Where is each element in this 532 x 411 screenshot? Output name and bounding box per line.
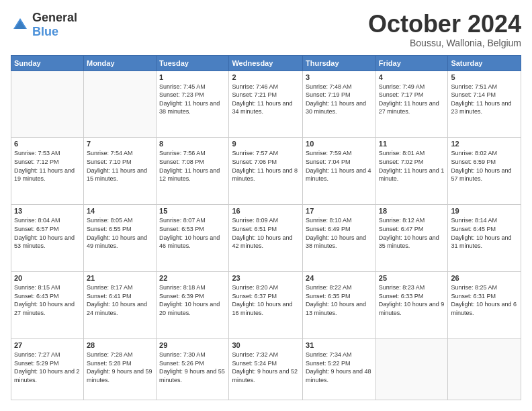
day-cell: 19Sunrise: 8:14 AMSunset: 6:45 PMDayligh… [448, 205, 521, 272]
day-info: Sunrise: 8:05 AMSunset: 6:55 PMDaylight:… [87, 216, 153, 250]
weekday-header: Friday [375, 55, 448, 71]
day-info: Sunrise: 8:09 AMSunset: 6:51 PMDaylight:… [232, 216, 300, 250]
day-cell: 22Sunrise: 8:18 AMSunset: 6:39 PMDayligh… [157, 272, 229, 339]
day-cell: 2Sunrise: 7:46 AMSunset: 7:21 PMDaylight… [229, 71, 303, 138]
day-number: 7 [87, 140, 153, 148]
day-cell: 10Sunrise: 7:59 AMSunset: 7:04 PMDayligh… [303, 138, 376, 205]
day-number: 13 [14, 207, 81, 215]
day-cell: 28Sunrise: 7:28 AMSunset: 5:28 PMDayligh… [83, 339, 156, 400]
day-info: Sunrise: 8:15 AMSunset: 6:43 PMDaylight:… [14, 283, 81, 317]
calendar-week-row: 27Sunrise: 7:27 AMSunset: 5:29 PMDayligh… [11, 339, 521, 400]
day-info: Sunrise: 8:23 AMSunset: 6:33 PMDaylight:… [379, 283, 445, 317]
weekday-header: Tuesday [157, 55, 229, 71]
day-cell: 3Sunrise: 7:48 AMSunset: 7:19 PMDaylight… [303, 71, 376, 138]
day-cell: 27Sunrise: 7:27 AMSunset: 5:29 PMDayligh… [11, 339, 84, 400]
day-cell: 20Sunrise: 8:15 AMSunset: 6:43 PMDayligh… [11, 272, 84, 339]
day-cell: 5Sunrise: 7:51 AMSunset: 7:14 PMDaylight… [448, 71, 521, 138]
logo-general-text: General [32, 11, 77, 24]
day-info: Sunrise: 7:48 AMSunset: 7:19 PMDaylight:… [306, 83, 373, 116]
calendar-week-row: 1Sunrise: 7:45 AMSunset: 7:23 PMDaylight… [11, 71, 521, 138]
day-info: Sunrise: 8:14 AMSunset: 6:45 PMDaylight:… [451, 216, 518, 250]
calendar-week-row: 6Sunrise: 7:53 AMSunset: 7:12 PMDaylight… [11, 138, 521, 205]
day-cell: 21Sunrise: 8:17 AMSunset: 6:41 PMDayligh… [83, 272, 156, 339]
day-info: Sunrise: 7:54 AMSunset: 7:10 PMDaylight:… [87, 149, 153, 183]
day-info: Sunrise: 8:18 AMSunset: 6:39 PMDaylight:… [159, 283, 226, 317]
day-info: Sunrise: 7:51 AMSunset: 7:14 PMDaylight:… [451, 83, 518, 116]
day-cell: 8Sunrise: 7:56 AMSunset: 7:08 PMDaylight… [157, 138, 229, 205]
weekday-header: Sunday [11, 55, 84, 71]
day-cell: 9Sunrise: 7:57 AMSunset: 7:06 PMDaylight… [229, 138, 303, 205]
day-info: Sunrise: 7:30 AMSunset: 5:26 PMDaylight:… [159, 351, 226, 384]
calendar-table: SundayMondayTuesdayWednesdayThursdayFrid… [11, 55, 521, 400]
calendar-week-row: 13Sunrise: 8:04 AMSunset: 6:57 PMDayligh… [11, 205, 521, 272]
day-cell: 11Sunrise: 8:01 AMSunset: 7:02 PMDayligh… [375, 138, 448, 205]
day-number: 20 [14, 274, 81, 282]
day-info: Sunrise: 8:22 AMSunset: 6:35 PMDaylight:… [306, 283, 373, 317]
day-cell: 24Sunrise: 8:22 AMSunset: 6:35 PMDayligh… [303, 272, 376, 339]
day-cell: 31Sunrise: 7:34 AMSunset: 5:22 PMDayligh… [303, 339, 376, 400]
day-number: 3 [306, 73, 373, 81]
day-info: Sunrise: 7:34 AMSunset: 5:22 PMDaylight:… [306, 351, 373, 384]
day-info: Sunrise: 7:27 AMSunset: 5:29 PMDaylight:… [14, 351, 81, 384]
day-cell: 16Sunrise: 8:09 AMSunset: 6:51 PMDayligh… [229, 205, 303, 272]
day-number: 18 [379, 207, 445, 215]
logo: General Blue [11, 11, 77, 39]
day-cell: 13Sunrise: 8:04 AMSunset: 6:57 PMDayligh… [11, 205, 84, 272]
day-info: Sunrise: 8:04 AMSunset: 6:57 PMDaylight:… [14, 216, 81, 250]
day-cell: 6Sunrise: 7:53 AMSunset: 7:12 PMDaylight… [11, 138, 84, 205]
day-cell: 17Sunrise: 8:10 AMSunset: 6:49 PMDayligh… [303, 205, 376, 272]
calendar-header-row: SundayMondayTuesdayWednesdayThursdayFrid… [11, 55, 521, 71]
day-cell: 1Sunrise: 7:45 AMSunset: 7:23 PMDaylight… [157, 71, 229, 138]
weekday-header: Monday [83, 55, 156, 71]
day-cell: 25Sunrise: 8:23 AMSunset: 6:33 PMDayligh… [375, 272, 448, 339]
day-number: 21 [87, 274, 153, 282]
day-cell: 4Sunrise: 7:49 AMSunset: 7:17 PMDaylight… [375, 71, 448, 138]
day-number: 14 [87, 207, 153, 215]
day-cell: 14Sunrise: 8:05 AMSunset: 6:55 PMDayligh… [83, 205, 156, 272]
day-cell [11, 71, 84, 138]
day-cell: 15Sunrise: 8:07 AMSunset: 6:53 PMDayligh… [157, 205, 229, 272]
day-number: 12 [451, 140, 518, 148]
weekday-header: Thursday [303, 55, 376, 71]
calendar-week-row: 20Sunrise: 8:15 AMSunset: 6:43 PMDayligh… [11, 272, 521, 339]
day-number: 28 [87, 341, 153, 349]
header: General Blue October 2024 Boussu, Wallon… [11, 11, 521, 48]
day-info: Sunrise: 8:20 AMSunset: 6:37 PMDaylight:… [232, 283, 300, 317]
day-cell: 30Sunrise: 7:32 AMSunset: 5:24 PMDayligh… [229, 339, 303, 400]
title-area: October 2024 Boussu, Wallonia, Belgium [368, 11, 521, 48]
day-cell: 29Sunrise: 7:30 AMSunset: 5:26 PMDayligh… [157, 339, 229, 400]
day-info: Sunrise: 8:17 AMSunset: 6:41 PMDaylight:… [87, 283, 153, 317]
day-number: 5 [451, 73, 518, 81]
day-cell [448, 339, 521, 400]
day-number: 25 [379, 274, 445, 282]
day-number: 6 [14, 140, 81, 148]
day-number: 11 [379, 140, 445, 148]
day-info: Sunrise: 7:32 AMSunset: 5:24 PMDaylight:… [232, 351, 300, 384]
day-number: 31 [306, 341, 373, 349]
day-info: Sunrise: 7:56 AMSunset: 7:08 PMDaylight:… [159, 149, 226, 183]
location: Boussu, Wallonia, Belgium [368, 38, 521, 48]
day-cell: 18Sunrise: 8:12 AMSunset: 6:47 PMDayligh… [375, 205, 448, 272]
logo-icon [11, 15, 30, 34]
day-number: 30 [232, 341, 300, 349]
day-number: 9 [232, 140, 300, 148]
weekday-header: Saturday [448, 55, 521, 71]
day-cell: 23Sunrise: 8:20 AMSunset: 6:37 PMDayligh… [229, 272, 303, 339]
day-cell: 12Sunrise: 8:02 AMSunset: 6:59 PMDayligh… [448, 138, 521, 205]
day-cell [375, 339, 448, 400]
day-info: Sunrise: 7:28 AMSunset: 5:28 PMDaylight:… [87, 351, 153, 384]
day-number: 1 [159, 73, 226, 81]
day-number: 8 [159, 140, 226, 148]
day-number: 23 [232, 274, 300, 282]
calendar-body: 1Sunrise: 7:45 AMSunset: 7:23 PMDaylight… [11, 71, 521, 400]
day-number: 15 [159, 207, 226, 215]
day-number: 2 [232, 73, 300, 81]
day-info: Sunrise: 8:25 AMSunset: 6:31 PMDaylight:… [451, 283, 518, 317]
day-number: 16 [232, 207, 300, 215]
day-info: Sunrise: 8:01 AMSunset: 7:02 PMDaylight:… [379, 149, 445, 183]
calendar-page: General Blue October 2024 Boussu, Wallon… [0, 0, 532, 411]
day-info: Sunrise: 7:49 AMSunset: 7:17 PMDaylight:… [379, 83, 445, 116]
day-info: Sunrise: 7:46 AMSunset: 7:21 PMDaylight:… [232, 83, 300, 116]
day-number: 29 [159, 341, 226, 349]
day-info: Sunrise: 8:10 AMSunset: 6:49 PMDaylight:… [306, 216, 373, 250]
